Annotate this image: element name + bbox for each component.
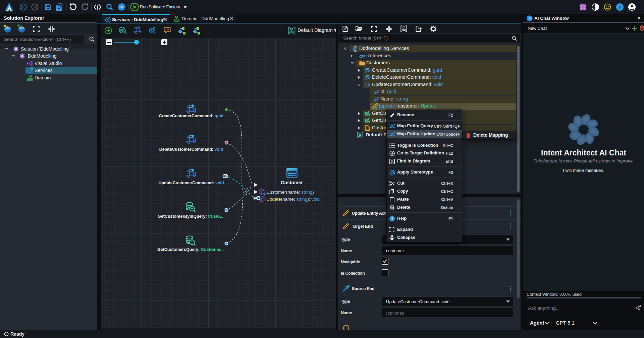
svg-text:?: ? <box>618 4 621 10</box>
svg-text:UpdateCustomerCommand: void: UpdateCustomerCommand: void <box>158 181 224 185</box>
svg-text:?: ? <box>391 217 393 221</box>
svg-text:GetCustomerByIdQuery: Custo...: GetCustomerByIdQuery: Custo... <box>158 214 223 219</box>
svg-text:Customer(name: string): Customer(name: string) <box>266 190 314 195</box>
svg-text:CreateCustomerCommand: guid: CreateCustomerCommand: guid <box>159 114 223 118</box>
svg-text:DeleteCustomerCommand: void: DeleteCustomerCommand: void <box>159 147 223 152</box>
svg-text:Update(name: string): void: Update(name: string): void <box>266 197 320 202</box>
svg-text:GetCustomersQuery: Customer...: GetCustomersQuery: Customer... <box>157 247 224 252</box>
svg-text:Customer: Customer <box>281 180 303 185</box>
